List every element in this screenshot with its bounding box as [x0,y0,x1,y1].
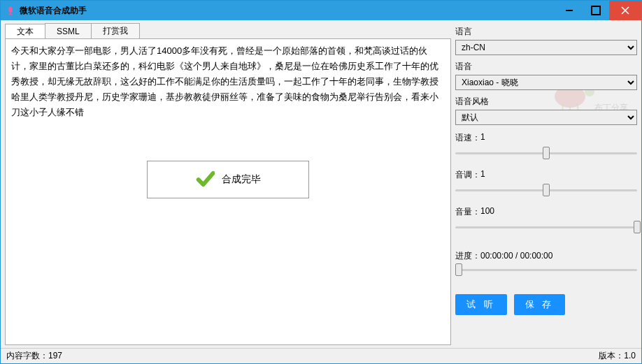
style-label: 语音风格 [455,96,637,108]
svg-rect-1 [10,13,11,15]
app-window: 微软语音合成助手 文本 SSML 打赏我 今天和大家分享一部电影，男人活了140… [0,0,642,364]
text-input-container: 今天和大家分享一部电影，男人活了14000多年没有死，曾经是一个原始部落的首领，… [5,38,451,345]
preview-button[interactable]: 试 听 [455,294,507,315]
save-button[interactable]: 保 存 [514,294,566,315]
pitch-label: 音调： [455,169,480,181]
volume-value: 100 [480,206,494,218]
language-select[interactable]: zh-CN [455,40,637,55]
progress-label: 进度： [455,251,480,261]
volume-slider[interactable] [455,219,637,235]
status-bar: 内容字数：197 版本：1.0 [1,348,641,363]
progress-value: 00:00:00 / 00:00:00 [480,251,552,261]
char-count-value: 197 [48,351,62,361]
client-area: 文本 SSML 打赏我 今天和大家分享一部电影，男人活了14000多年没有死，曾… [1,20,641,363]
right-panel: 布丁分享 语言 zh-CN 语音 Xiaoxiao - 晓晓 语音风格 默认 语… [455,23,637,345]
speed-label: 语速： [455,132,480,144]
toast-text: 合成完毕 [222,173,261,186]
tab-text[interactable]: 文本 [5,24,45,39]
tab-donate[interactable]: 打赏我 [91,23,140,38]
svg-rect-2 [8,14,12,15]
svg-rect-0 [8,7,12,13]
speed-slider[interactable] [455,145,637,161]
char-count-label: 内容字数： [6,351,48,361]
maximize-button[interactable] [583,1,609,20]
volume-label: 音量： [455,206,480,218]
voice-label: 语音 [455,61,637,73]
tab-label: 文本 [17,26,34,38]
close-button[interactable] [609,1,641,20]
style-select[interactable]: 默认 [455,110,637,125]
titlebar[interactable]: 微软语音合成助手 [1,1,641,20]
window-title: 微软语音合成助手 [20,5,556,17]
tab-strip: 文本 SSML 打赏我 [5,23,451,38]
status-toast: 合成完毕 [147,161,309,198]
minimize-button[interactable] [556,1,583,20]
tab-label: SSML [57,27,80,36]
version-value: 1.0 [624,351,636,361]
speed-value: 1 [480,132,485,144]
version-label: 版本： [599,351,624,361]
pitch-value: 1 [480,169,485,181]
language-label: 语言 [455,26,637,38]
tab-label: 打赏我 [103,25,128,37]
progress-slider[interactable] [455,262,637,277]
pitch-slider[interactable] [455,182,637,198]
app-icon [5,5,16,16]
left-column: 文本 SSML 打赏我 今天和大家分享一部电影，男人活了14000多年没有死，曾… [5,23,451,345]
tab-ssml[interactable]: SSML [45,23,92,38]
check-icon [195,169,215,191]
window-controls [556,1,641,20]
voice-select[interactable]: Xiaoxiao - 晓晓 [455,75,637,90]
